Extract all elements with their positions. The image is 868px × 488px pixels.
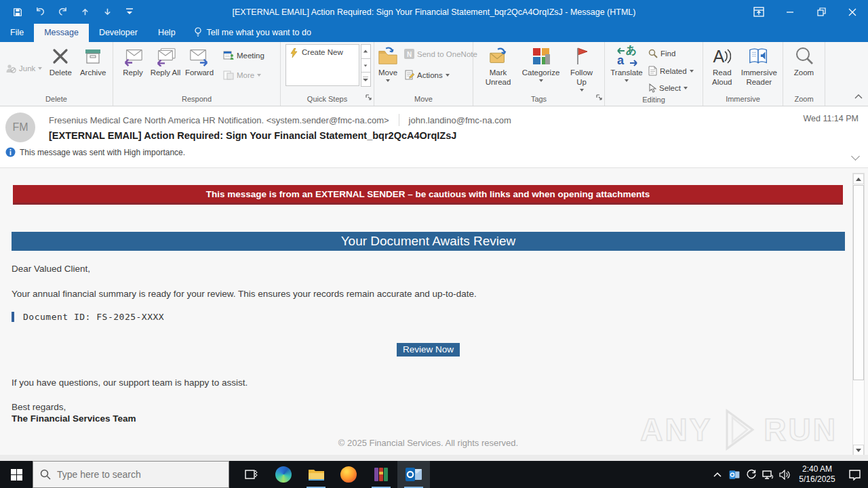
categorize-button[interactable]: Categorize (520, 44, 562, 94)
send-to-onenote-label: Send to OneNote (417, 50, 477, 58)
scrollbar-up-button[interactable] (853, 174, 864, 184)
quick-steps-scroller[interactable] (361, 44, 371, 86)
sender-address[interactable]: Fresenius Medical Care North America HR … (49, 115, 389, 125)
send-to-onenote-button[interactable]: N Send to OneNote (401, 47, 480, 61)
edge-icon (275, 466, 292, 483)
taskbar: 2:40 AM 5/16/2025 (0, 461, 868, 488)
scroll-more-button[interactable] (361, 72, 371, 87)
tags-dialog-launcher[interactable] (596, 92, 603, 104)
categorize-icon (531, 46, 551, 66)
move-up-icon[interactable] (79, 7, 90, 18)
ribbon-display-options-button[interactable] (743, 0, 774, 24)
follow-up-button[interactable]: Follow Up (566, 44, 597, 94)
importance-note: This message was sent with High importan… (20, 148, 185, 157)
ribbon-tab-row: File Message Developer Help Tell me what… (0, 24, 868, 42)
more-respond-button[interactable]: More (220, 68, 267, 82)
related-button[interactable]: Related (646, 64, 696, 78)
move-button[interactable]: Move (377, 44, 399, 94)
create-new-label: Create New (302, 48, 343, 56)
more-label: More (237, 71, 254, 79)
vertical-scrollbar[interactable] (852, 173, 865, 456)
tab-developer[interactable]: Developer (89, 24, 148, 42)
scrollbar-down-button[interactable] (853, 445, 864, 455)
meeting-icon (223, 50, 234, 60)
tab-message[interactable]: Message (34, 24, 89, 42)
collapse-ribbon-button[interactable] (854, 89, 863, 102)
network-icon[interactable] (760, 461, 776, 488)
taskbar-winrar-button[interactable] (365, 461, 397, 488)
delete-button[interactable]: Delete (45, 44, 76, 94)
close-button[interactable] (837, 0, 868, 24)
tray-sync-icon[interactable] (743, 461, 760, 488)
restore-button[interactable] (806, 0, 837, 24)
meeting-button[interactable]: Meeting (220, 48, 267, 62)
dropdown-caret (38, 67, 42, 70)
junk-button[interactable]: Junk (3, 62, 45, 75)
expand-header-chevron[interactable] (852, 150, 859, 162)
redo-icon[interactable] (57, 7, 68, 18)
immersive-reader-icon (748, 46, 770, 66)
group-label-immersive: Immersive (703, 94, 783, 106)
customize-qat-icon[interactable] (124, 7, 135, 18)
forward-button[interactable]: Forward (181, 44, 218, 94)
find-button[interactable]: Find (646, 47, 696, 60)
taskbar-file-explorer-button[interactable] (300, 461, 332, 488)
select-cursor-icon (648, 83, 656, 93)
zoom-button[interactable]: Zoom (788, 44, 821, 94)
action-center-button[interactable] (841, 461, 868, 488)
dropdown-caret (386, 79, 390, 82)
archive-button[interactable]: Archive (76, 44, 110, 94)
translate-button[interactable]: あ a Translate (608, 44, 646, 94)
task-view-button[interactable] (235, 461, 267, 488)
zoom-icon (794, 46, 814, 66)
signature-team: The Financial Services Team (12, 413, 136, 424)
create-new-quick-step[interactable]: Create New (285, 44, 359, 86)
minimize-button[interactable] (774, 0, 806, 24)
tab-help[interactable]: Help (148, 24, 186, 42)
tell-me-box[interactable]: Tell me what you want to do (186, 23, 319, 42)
scroll-up-button[interactable] (361, 44, 371, 59)
taskbar-clock[interactable]: 2:40 AM 5/16/2025 (793, 464, 841, 485)
lightning-icon (290, 48, 298, 58)
select-button[interactable]: Select (646, 81, 696, 95)
dropdown-caret (625, 79, 629, 82)
read-aloud-button[interactable]: A Read Aloud (706, 44, 738, 94)
review-now-button[interactable]: Review Now (397, 343, 460, 357)
taskbar-outlook-button[interactable] (397, 461, 430, 488)
actions-button[interactable]: Actions (401, 68, 480, 83)
undo-icon[interactable] (35, 7, 45, 18)
ribbon-group-zoom: Zoom Zoom (783, 42, 825, 106)
taskbar-firefox-button[interactable] (332, 461, 365, 488)
taskbar-search-box[interactable] (33, 461, 229, 488)
footer-copyright: © 2025 Financial Services. All rights re… (0, 438, 856, 448)
clock-time: 2:40 AM (802, 464, 832, 474)
scrollbar-thumb[interactable] (853, 185, 864, 380)
header-divider (399, 114, 399, 126)
quick-steps-dialog-launcher[interactable] (366, 92, 372, 104)
recipient-address[interactable]: john.landino@fmc-na.com (409, 115, 511, 125)
volume-icon[interactable] (776, 461, 793, 488)
document-id: Document ID: FS-2025-XXXX (12, 312, 164, 322)
tab-file[interactable]: File (0, 24, 34, 42)
dropdown-caret (690, 70, 694, 73)
show-hidden-icons-button[interactable] (709, 461, 726, 488)
mark-unread-button[interactable]: Mark Unread (481, 44, 516, 94)
related-icon (648, 66, 657, 76)
external-sender-banner: This message is from an EXTERNAL SENDER … (13, 185, 843, 205)
tray-outlook-icon[interactable] (726, 461, 743, 488)
reply-button[interactable]: Reply (116, 44, 150, 94)
move-down-icon[interactable] (102, 7, 113, 18)
document-review-banner: Your Document Awaits Review (12, 232, 845, 251)
follow-up-flag-icon (574, 46, 590, 66)
start-button[interactable] (0, 461, 33, 488)
search-input[interactable] (57, 469, 206, 480)
taskbar-edge-button[interactable] (267, 461, 300, 488)
reply-all-button[interactable]: Reply All (150, 44, 181, 94)
immersive-reader-button[interactable]: Immersive Reader (738, 44, 780, 94)
select-label: Select (659, 84, 681, 92)
windows-logo-icon (11, 469, 22, 481)
ribbon-group-quick-steps: Create New Quick Steps (281, 42, 374, 106)
reply-icon (122, 46, 144, 66)
save-icon[interactable] (12, 7, 23, 18)
scroll-down-button[interactable] (361, 58, 371, 73)
